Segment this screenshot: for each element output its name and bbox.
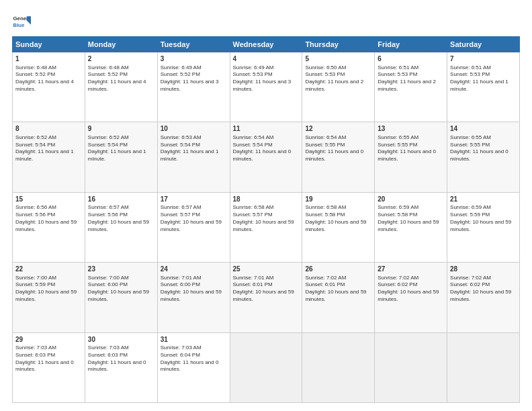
daylight-info: Daylight: 11 hours and 2 minutes. [305,79,371,93]
day-number: 18 [233,195,300,204]
calendar-week: 29Sunrise: 7:03 AMSunset: 6:03 PMDayligh… [13,332,520,402]
calendar-cell: 28Sunrise: 7:02 AMSunset: 6:02 PMDayligh… [447,263,520,332]
calendar-cell: 1Sunrise: 6:48 AMSunset: 5:52 PMDaylight… [13,52,85,122]
calendar-cell: 10Sunrise: 6:53 AMSunset: 5:54 PMDayligh… [157,122,230,192]
sunrise-info: Sunrise: 6:54 AM [233,134,300,142]
sunrise-info: Sunrise: 7:00 AM [88,275,154,282]
days-row: SundayMondayTuesdayWednesdayThursdayFrid… [13,37,520,52]
daylight-info: Daylight: 11 hours and 0 minutes. [233,148,300,163]
day-number: 28 [450,265,517,274]
sunrise-info: Sunrise: 6:55 AM [450,134,517,142]
calendar-body: 1Sunrise: 6:48 AMSunset: 5:52 PMDaylight… [13,52,520,403]
day-number: 20 [378,195,444,204]
sunrise-info: Sunrise: 7:01 AM [233,275,300,282]
day-number: 7 [450,54,517,64]
daylight-info: Daylight: 11 hours and 0 minutes. [15,359,82,374]
sunrise-info: Sunrise: 6:52 AM [88,134,154,142]
day-number: 9 [88,124,154,134]
daylight-info: Daylight: 10 hours and 59 minutes. [450,289,517,304]
daylight-info: Daylight: 11 hours and 0 minutes. [450,148,517,163]
day-number: 29 [15,335,82,345]
sunset-info: Sunset: 6:02 PM [450,281,517,289]
calendar-cell [230,332,302,402]
sunset-info: Sunset: 5:57 PM [233,212,300,219]
sunset-info: Sunset: 5:59 PM [450,212,517,219]
day-number: 26 [305,265,371,274]
day-number: 1 [15,54,82,64]
calendar-cell [375,332,447,402]
daylight-info: Daylight: 11 hours and 0 minutes. [305,148,371,163]
sunrise-info: Sunrise: 6:54 AM [305,134,371,142]
calendar-week: 22Sunrise: 7:00 AMSunset: 5:59 PMDayligh… [13,263,520,332]
calendar-cell: 29Sunrise: 7:03 AMSunset: 6:03 PMDayligh… [13,332,85,402]
daylight-info: Daylight: 11 hours and 1 minute. [161,148,227,163]
sunrise-info: Sunrise: 6:51 AM [378,64,444,72]
sunrise-info: Sunrise: 6:48 AM [88,64,154,72]
sunrise-info: Sunrise: 6:53 AM [161,134,227,142]
sunrise-info: Sunrise: 6:59 AM [450,204,517,212]
daylight-info: Daylight: 11 hours and 1 minute. [15,148,82,163]
day-number: 27 [378,265,444,274]
day-number: 19 [305,195,371,204]
calendar-cell: 7Sunrise: 6:51 AMSunset: 5:53 PMDaylight… [447,52,520,122]
calendar-week: 8Sunrise: 6:52 AMSunset: 5:54 PMDaylight… [13,122,520,192]
sunset-info: Sunset: 6:03 PM [88,352,154,359]
sunset-info: Sunset: 6:00 PM [88,281,154,289]
sunrise-info: Sunrise: 7:01 AM [161,275,227,282]
sunset-info: Sunset: 5:53 PM [305,71,371,79]
calendar-cell: 27Sunrise: 7:02 AMSunset: 6:02 PMDayligh… [375,263,447,332]
calendar-cell: 19Sunrise: 6:58 AMSunset: 5:58 PMDayligh… [302,192,375,262]
calendar-cell: 12Sunrise: 6:54 AMSunset: 5:55 PMDayligh… [302,122,375,192]
calendar-cell: 25Sunrise: 7:01 AMSunset: 6:01 PMDayligh… [230,263,302,332]
calendar-cell: 18Sunrise: 6:58 AMSunset: 5:57 PMDayligh… [230,192,302,262]
calendar-cell: 16Sunrise: 6:57 AMSunset: 5:56 PMDayligh… [85,192,157,262]
calendar-week: 1Sunrise: 6:48 AMSunset: 5:52 PMDaylight… [13,52,520,122]
daylight-info: Daylight: 11 hours and 1 minute. [88,148,154,163]
day-number: 31 [161,335,227,345]
sunset-info: Sunset: 5:54 PM [88,142,154,149]
daylight-info: Daylight: 11 hours and 4 minutes. [15,79,82,93]
day-number: 16 [88,195,154,204]
calendar-cell: 22Sunrise: 7:00 AMSunset: 5:59 PMDayligh… [13,263,85,332]
day-header-friday: Friday [375,37,447,52]
calendar-cell: 14Sunrise: 6:55 AMSunset: 5:55 PMDayligh… [447,122,520,192]
calendar-cell: 8Sunrise: 6:52 AMSunset: 5:54 PMDaylight… [13,122,85,192]
sunrise-info: Sunrise: 6:48 AM [15,64,82,72]
daylight-info: Daylight: 11 hours and 3 minutes. [161,79,227,93]
calendar-cell: 26Sunrise: 7:02 AMSunset: 6:01 PMDayligh… [302,263,375,332]
sunset-info: Sunset: 5:53 PM [378,71,444,79]
sunset-info: Sunset: 5:54 PM [15,142,82,149]
calendar-cell: 20Sunrise: 6:59 AMSunset: 5:58 PMDayligh… [375,192,447,262]
calendar-cell: 30Sunrise: 7:03 AMSunset: 6:03 PMDayligh… [85,332,157,402]
header: General Blue [12,12,520,31]
sunset-info: Sunset: 5:52 PM [15,71,82,79]
day-number: 21 [450,195,517,204]
calendar-table: SundayMondayTuesdayWednesdayThursdayFrid… [12,36,520,403]
sunset-info: Sunset: 5:59 PM [15,281,82,289]
sunset-info: Sunset: 5:56 PM [88,212,154,219]
calendar-cell: 17Sunrise: 6:57 AMSunset: 5:57 PMDayligh… [157,192,230,262]
calendar-cell: 3Sunrise: 6:49 AMSunset: 5:52 PMDaylight… [157,52,230,122]
daylight-info: Daylight: 10 hours and 59 minutes. [450,219,517,234]
day-number: 8 [15,124,82,134]
sunset-info: Sunset: 5:53 PM [450,71,517,79]
daylight-info: Daylight: 10 hours and 59 minutes. [15,219,82,234]
sunset-info: Sunset: 5:55 PM [450,142,517,149]
calendar-cell: 24Sunrise: 7:01 AMSunset: 6:00 PMDayligh… [157,263,230,332]
sunrise-info: Sunrise: 6:59 AM [378,204,444,212]
calendar-header: SundayMondayTuesdayWednesdayThursdayFrid… [13,37,520,52]
sunset-info: Sunset: 6:01 PM [233,281,300,289]
sunrise-info: Sunrise: 7:02 AM [450,275,517,282]
sunrise-info: Sunrise: 6:57 AM [161,204,227,212]
sunset-info: Sunset: 5:54 PM [161,142,227,149]
sunset-info: Sunset: 5:54 PM [233,142,300,149]
daylight-info: Daylight: 10 hours and 59 minutes. [88,289,154,304]
daylight-info: Daylight: 11 hours and 1 minute. [450,79,517,93]
daylight-info: Daylight: 10 hours and 59 minutes. [378,219,444,234]
sunrise-info: Sunrise: 6:58 AM [233,204,300,212]
daylight-info: Daylight: 10 hours and 59 minutes. [305,289,371,304]
calendar-cell: 9Sunrise: 6:52 AMSunset: 5:54 PMDaylight… [85,122,157,192]
sunrise-info: Sunrise: 6:52 AM [15,134,82,142]
sunset-info: Sunset: 6:01 PM [305,281,371,289]
svg-text:Blue: Blue [13,22,26,28]
